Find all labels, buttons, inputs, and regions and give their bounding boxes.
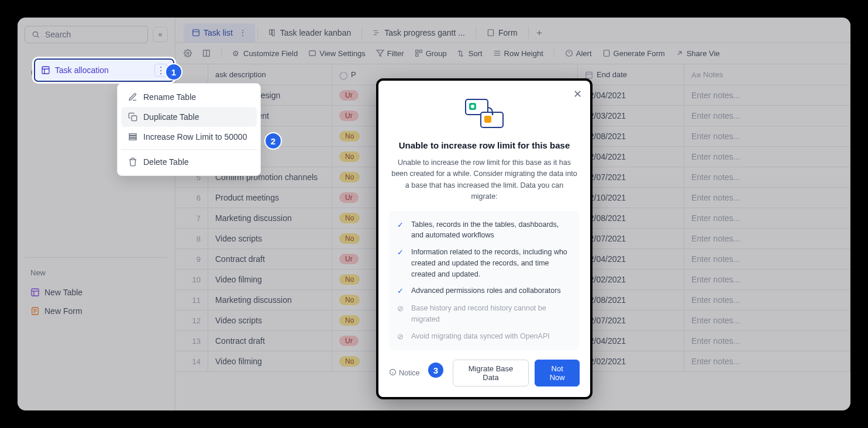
svg-rect-44 [484, 116, 491, 123]
svg-rect-38 [129, 136, 136, 138]
more-icon: ⋮ [156, 65, 166, 76]
svg-rect-37 [129, 134, 136, 136]
check-icon: ✓ [397, 286, 405, 297]
info-icon [389, 368, 397, 378]
svg-rect-36 [132, 116, 137, 121]
menu-item-label: Delete Table [143, 157, 189, 167]
divider [121, 149, 257, 150]
modal-footer: Notice Migrate Base Data Not Now [389, 360, 580, 386]
check-icon: ✓ [397, 247, 405, 279]
migrate-button[interactable]: Migrate Base Data [453, 360, 529, 386]
row-limit-modal: ✕ Unable to increase row limit for this … [378, 81, 590, 397]
not-now-button[interactable]: Not Now [535, 360, 580, 386]
modal-list-item: ✓Information related to the records, inc… [397, 247, 571, 279]
svg-rect-33 [42, 67, 49, 74]
notice-link[interactable]: Notice [389, 368, 419, 378]
modal-title: Unable to increase row limit for this ba… [389, 140, 580, 150]
rows-icon [128, 132, 137, 141]
menu-item-label: Increase Row Limit to 50000 [143, 132, 247, 141]
modal-list-item: ✓Advanced permissions roles and collabor… [397, 285, 571, 297]
duplicate-table-menu-item[interactable]: Duplicate Table [121, 107, 257, 127]
modal-description: Unable to increase the row limit for thi… [389, 157, 580, 203]
modal-item-list: ✓Tables, records in the the tables, dash… [389, 211, 580, 351]
modal-list-text: Base history and record history cannot b… [411, 303, 571, 325]
close-icon: ✕ [573, 88, 582, 100]
noentry-icon: ⊘ [397, 332, 405, 343]
annotation-badge-1: 1 [165, 63, 182, 81]
noentry-icon: ⊘ [397, 303, 405, 325]
svg-rect-39 [129, 139, 136, 140]
close-button[interactable]: ✕ [573, 88, 582, 101]
annotation-badge-2: 2 [264, 132, 282, 150]
delete-table-menu-item[interactable]: Delete Table [121, 152, 257, 172]
menu-item-label: Rename Table [143, 92, 196, 102]
svg-point-42 [471, 105, 474, 108]
table-icon [41, 65, 50, 75]
modal-list-text: Avoid migrating data synced with OpenAPI [411, 331, 550, 343]
edit-icon [128, 92, 137, 102]
rename-table-menu-item[interactable]: Rename Table [121, 87, 257, 107]
modal-list-item: ⊘Avoid migrating data synced with OpenAP… [397, 331, 571, 343]
modal-illustration [389, 96, 580, 131]
annotation-badge-3: 3 [427, 361, 445, 379]
modal-list-item: ⊘Base history and record history cannot … [397, 303, 571, 325]
check-icon: ✓ [397, 220, 405, 241]
modal-list-text: Information related to the records, incl… [411, 247, 571, 279]
trash-icon [128, 157, 137, 167]
menu-item-label: Duplicate Table [143, 112, 199, 122]
sidebar-item-label: Task allocation [55, 65, 109, 75]
sidebar-item-task-allocation[interactable]: Task allocation ⋮ [34, 58, 174, 82]
modal-list-item: ✓Tables, records in the the tables, dash… [397, 219, 571, 241]
modal-list-text: Tables, records in the the tables, dashb… [411, 219, 571, 241]
increase-row-limit-menu-item[interactable]: Increase Row Limit to 50000 [121, 127, 257, 147]
copy-icon [128, 112, 137, 122]
table-context-menu: Rename Table Duplicate Table Increase Ro… [117, 83, 261, 176]
modal-list-text: Advanced permissions roles and collabora… [411, 285, 561, 297]
